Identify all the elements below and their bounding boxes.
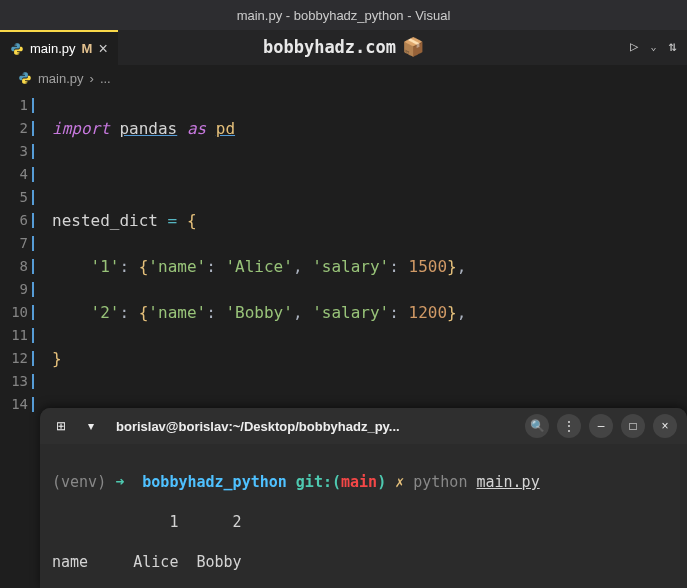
line-number: 12 xyxy=(0,347,28,370)
line-number: 1 xyxy=(0,94,28,117)
maximize-icon[interactable]: □ xyxy=(621,414,645,438)
terminal-body[interactable]: (venv) ➜ bobbyhadz_python git:(main) ✗ p… xyxy=(40,444,687,588)
line-number: 14 xyxy=(0,393,28,416)
new-tab-icon[interactable]: ⊞ xyxy=(50,415,72,437)
editor-tabs: main.py M × bobbyhadz.com 📦 ▷ ⌄ ⇅ xyxy=(0,30,687,66)
minimize-icon[interactable]: – xyxy=(589,414,613,438)
breadcrumb-more: ... xyxy=(100,71,111,86)
close-icon[interactable]: × xyxy=(653,414,677,438)
line-number-gutter: 1 2 3 4 5 6 7 8 9 10 11 12 13 14 xyxy=(0,94,32,588)
breadcrumb-sep: › xyxy=(90,71,94,86)
line-number: 8 xyxy=(0,255,28,278)
window-title-bar: main.py - bobbyhadz_python - Visual xyxy=(0,0,687,30)
compare-icon[interactable]: ⇅ xyxy=(669,38,677,54)
line-number: 7 xyxy=(0,232,28,255)
tab-label: main.py xyxy=(30,41,76,56)
line-number: 11 xyxy=(0,324,28,347)
package-icon: 📦 xyxy=(402,36,424,57)
breadcrumb[interactable]: main.py › ... xyxy=(0,66,687,90)
menu-icon[interactable]: ⋮ xyxy=(557,414,581,438)
line-number: 2 xyxy=(0,117,28,140)
terminal-title: borislav@borislav:~/Desktop/bobbyhadz_py… xyxy=(110,419,517,434)
terminal-panel: ⊞ ▾ borislav@borislav:~/Desktop/bobbyhad… xyxy=(40,408,687,588)
line-number: 9 xyxy=(0,278,28,301)
tab-modified-indicator: M xyxy=(82,41,93,56)
window-title: main.py - bobbyhadz_python - Visual xyxy=(237,8,451,23)
search-icon[interactable]: 🔍 xyxy=(525,414,549,438)
watermark: bobbyhadz.com 📦 xyxy=(263,36,424,57)
python-file-icon xyxy=(10,42,24,56)
line-number: 5 xyxy=(0,186,28,209)
line-number: 6 xyxy=(0,209,28,232)
terminal-output: 1 2 xyxy=(52,512,675,532)
close-icon[interactable]: × xyxy=(98,40,107,58)
line-number: 13 xyxy=(0,370,28,393)
breadcrumb-file: main.py xyxy=(38,71,84,86)
python-file-icon xyxy=(18,71,32,85)
line-number: 10 xyxy=(0,301,28,324)
line-number: 3 xyxy=(0,140,28,163)
tab-main-py[interactable]: main.py M × xyxy=(0,30,118,65)
run-dropdown-icon[interactable]: ⌄ xyxy=(651,41,657,52)
run-icon[interactable]: ▷ xyxy=(630,38,638,54)
line-number: 4 xyxy=(0,163,28,186)
dropdown-icon[interactable]: ▾ xyxy=(80,415,102,437)
terminal-output: name Alice Bobby xyxy=(52,552,675,572)
terminal-header: ⊞ ▾ borislav@borislav:~/Desktop/bobbyhad… xyxy=(40,408,687,444)
watermark-text: bobbyhadz.com xyxy=(263,37,396,57)
editor-run-controls: ▷ ⌄ ⇅ xyxy=(630,38,677,54)
